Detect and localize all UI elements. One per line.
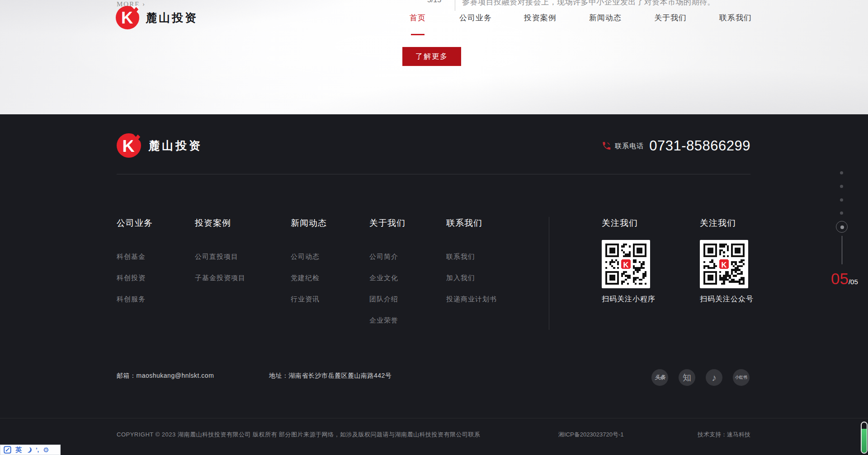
carousel-index: 5/15 bbox=[427, 0, 441, 4]
ime-punctuation-toggle[interactable]: ’, bbox=[36, 446, 39, 453]
pagination-dot-active[interactable] bbox=[836, 221, 848, 233]
email-line: 邮箱：maoshukang@hnlskt.com bbox=[117, 372, 214, 380]
learn-more-button[interactable]: 了解更多 bbox=[402, 47, 461, 66]
svg-text:K: K bbox=[623, 261, 629, 269]
nav-item-3[interactable]: 新闻动态 bbox=[589, 13, 622, 23]
svg-text:K: K bbox=[122, 136, 134, 155]
pagination-line bbox=[842, 236, 842, 264]
pagination-dot-0[interactable] bbox=[840, 171, 843, 174]
nav-item-4[interactable]: 关于我们 bbox=[654, 13, 687, 23]
footer-brand-text: 麓山投资 bbox=[148, 138, 203, 153]
footer: K 麓山投资 联系电话 0731-85866299 公司业务科创基金科创投资科创… bbox=[0, 114, 868, 455]
footer-vertical-divider bbox=[549, 217, 549, 330]
ime-moon-icon[interactable] bbox=[26, 447, 32, 453]
footer-column-2: 新闻动态公司动态党建纪检行业资讯 bbox=[291, 217, 327, 316]
active-nav-underline bbox=[411, 34, 425, 35]
footer-column-0: 公司业务科创基金科创投资科创服务 bbox=[117, 217, 153, 316]
footer-link[interactable]: 党建纪检 bbox=[291, 273, 327, 282]
follow-block-1: 关注我们K扫码关注公众号 bbox=[700, 217, 736, 229]
svg-text:K: K bbox=[121, 9, 133, 27]
ime-toolbar: 英 ’, ⚙ bbox=[0, 445, 61, 455]
footer-link[interactable]: 企业荣誉 bbox=[369, 316, 406, 325]
toutiao-icon[interactable]: 头条 bbox=[651, 369, 668, 386]
footer-column-title: 新闻动态 bbox=[291, 217, 327, 229]
footer-column-title: 公司业务 bbox=[117, 217, 153, 229]
pagination-dot-3[interactable] bbox=[840, 211, 843, 215]
xiaohongshu-icon[interactable]: 小红书 bbox=[733, 369, 750, 386]
pagination-count: 05 /05 bbox=[831, 270, 858, 288]
brand-logo-icon: K bbox=[116, 6, 139, 29]
header-logo[interactable]: K 麓山投资 bbox=[116, 6, 198, 29]
footer-link[interactable]: 科创投资 bbox=[117, 273, 153, 282]
footer-link[interactable]: 公司动态 bbox=[291, 252, 327, 261]
footer-link[interactable]: 投递商业计划书 bbox=[446, 295, 497, 304]
carousel-caption: 参赛项目投融资对接会上，现场许多中小企业发出了对资本市场的期待。 bbox=[462, 0, 715, 7]
hero-section: MORE › K 麓山投资 5/15 参赛项目投融资对接会上，现场许多中小企业发… bbox=[0, 0, 868, 114]
pagination-dot-2[interactable] bbox=[840, 198, 843, 202]
address-label: 地址： bbox=[269, 372, 289, 379]
nav-item-5[interactable]: 联系我们 bbox=[719, 13, 752, 23]
footer-link[interactable]: 联系我们 bbox=[446, 252, 497, 261]
toutiao-icon-glyph: 头条 bbox=[655, 374, 665, 381]
pagination-dot-1[interactable] bbox=[840, 185, 843, 188]
zhihu-icon-glyph: 知 bbox=[683, 372, 691, 384]
follow-title: 关注我们 bbox=[700, 217, 736, 229]
footer-link[interactable]: 行业资讯 bbox=[291, 295, 327, 304]
nav-item-2[interactable]: 投资案例 bbox=[524, 13, 557, 23]
page: MORE › K 麓山投资 5/15 参赛项目投融资对接会上，现场许多中小企业发… bbox=[0, 0, 868, 455]
ime-status-icon[interactable] bbox=[4, 446, 11, 454]
header-brand-text: 麓山投资 bbox=[146, 10, 198, 25]
email-label: 邮箱： bbox=[117, 372, 137, 379]
address-line: 地址：湖南省长沙市岳麓区麓山南路442号 bbox=[269, 372, 392, 380]
nav-item-0[interactable]: 首页 bbox=[410, 13, 426, 23]
nav-item-1[interactable]: 公司业务 bbox=[459, 13, 492, 23]
xiaohongshu-icon-glyph: 小红书 bbox=[735, 375, 747, 380]
douyin-icon[interactable]: ♪ bbox=[706, 369, 722, 386]
footer-link[interactable]: 企业文化 bbox=[369, 273, 406, 282]
footer-link[interactable]: 公司直投项目 bbox=[195, 252, 245, 261]
footer-bottom-divider bbox=[0, 418, 868, 418]
footer-link[interactable]: 团队介绍 bbox=[369, 295, 406, 304]
follow-block-0: 关注我们K扫码关注小程序 bbox=[602, 217, 638, 229]
brand-logo-icon: K bbox=[117, 133, 141, 158]
qr-caption: 扫码关注小程序 bbox=[602, 295, 656, 304]
ime-language-toggle[interactable]: 英 bbox=[15, 446, 22, 454]
footer-link[interactable]: 公司简介 bbox=[369, 252, 406, 261]
footer-divider bbox=[117, 174, 750, 174]
phone-label: 联系电话 bbox=[615, 142, 644, 150]
social-icons: 头条知♪小红书 bbox=[651, 369, 750, 386]
tech-support-text: 技术支持：速马科技 bbox=[698, 431, 750, 439]
footer-link[interactable]: 科创基金 bbox=[117, 252, 153, 261]
scroll-indicator-fill bbox=[862, 429, 867, 453]
scroll-indicator[interactable] bbox=[861, 422, 868, 454]
qr-code-official-account: K bbox=[700, 240, 748, 288]
footer-link[interactable]: 子基金投资项目 bbox=[195, 273, 245, 282]
ime-settings-icon[interactable]: ⚙ bbox=[43, 446, 49, 454]
footer-column-title: 投资案例 bbox=[195, 217, 245, 229]
footer-link[interactable]: 科创服务 bbox=[117, 295, 153, 304]
page-total: /05 bbox=[849, 278, 858, 286]
copyright-text: COPYRIGHT © 2023 湖南麓山科技投资有限公司 版权所有 部分图片来… bbox=[117, 431, 481, 439]
follow-title: 关注我们 bbox=[602, 217, 638, 229]
phone-number: 0731-85866299 bbox=[649, 138, 750, 154]
phone-block: 联系电话 0731-85866299 bbox=[601, 137, 750, 155]
zhihu-icon[interactable]: 知 bbox=[679, 369, 695, 386]
qr-code-miniprogram: K bbox=[602, 240, 650, 288]
footer-column-3: 关于我们公司简介企业文化团队介绍企业荣誉 bbox=[369, 217, 406, 337]
footer-column-1: 投资案例公司直投项目子基金投资项目 bbox=[195, 217, 245, 295]
carousel-divider bbox=[455, 0, 455, 11]
email-value: maoshukang@hnlskt.com bbox=[137, 372, 214, 379]
footer-column-title: 关于我们 bbox=[369, 217, 406, 229]
icp-link[interactable]: 湘ICP备2023023720号-1 bbox=[558, 431, 624, 439]
footer-link[interactable]: 加入我们 bbox=[446, 273, 497, 282]
svg-text:K: K bbox=[722, 261, 727, 269]
footer-column-title: 联系我们 bbox=[446, 217, 497, 229]
qr-caption: 扫码关注公众号 bbox=[700, 295, 754, 304]
page-current: 05 bbox=[831, 270, 849, 288]
douyin-icon-glyph: ♪ bbox=[712, 372, 717, 383]
footer-logo[interactable]: K 麓山投资 bbox=[117, 133, 203, 158]
address-value: 湖南省长沙市岳麓区麓山南路442号 bbox=[289, 372, 392, 379]
phone-icon bbox=[601, 141, 611, 151]
footer-column-4: 联系我们联系我们加入我们投递商业计划书 bbox=[446, 217, 497, 316]
